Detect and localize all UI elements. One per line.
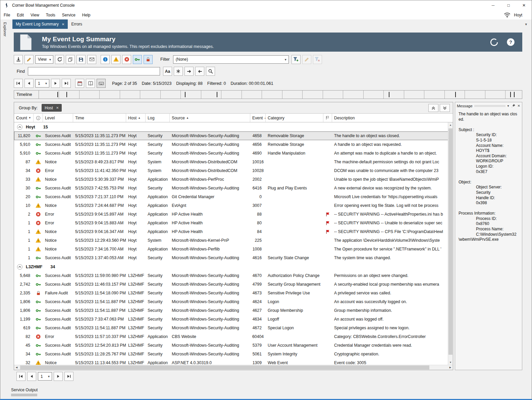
- expand-all-button[interactable]: [440, 104, 450, 112]
- edit-report-button[interactable]: [24, 55, 34, 64]
- save-button[interactable]: [76, 55, 86, 64]
- column-header-host[interactable]: Host▲: [126, 114, 146, 122]
- column-header-count[interactable]: Count▼: [14, 114, 34, 122]
- table-row[interactable]: 1,806Success Audit5/15/2023 11:54:11.887…: [14, 306, 453, 315]
- table-row[interactable]: 11,820Success Audit5/15/2023 11:35:11.27…: [14, 131, 453, 140]
- previous-page-button[interactable]: [24, 79, 34, 88]
- toggle-warnings-button[interactable]: [111, 55, 120, 64]
- table-row[interactable]: 1,199Success Audit5/15/2023 7:33:47.063 …: [14, 315, 453, 324]
- refresh-button[interactable]: [55, 55, 64, 64]
- tab-errors[interactable]: Errors: [68, 19, 86, 29]
- keyboard-button[interactable]: [97, 79, 106, 88]
- help-icon[interactable]: ?: [507, 38, 515, 46]
- horizontal-scrollbar[interactable]: ◀ ▶: [14, 365, 453, 370]
- table-row[interactable]: 34Success Audit5/15/2023 11:28:25.767 PM…: [14, 350, 453, 358]
- table-row[interactable]: 2,742Success Audit5/15/2023 11:46:03.157…: [14, 280, 453, 289]
- copy-button[interactable]: [66, 55, 75, 64]
- next-page-button[interactable]: [54, 372, 63, 381]
- table-row[interactable]: 1Error5/15/2023 9:04:15.883 AMHoytApplic…: [14, 219, 453, 227]
- first-page-button[interactable]: [16, 372, 25, 381]
- group-header-row[interactable]: Hoyt15: [14, 122, 453, 131]
- column-header-time[interactable]: Time: [73, 114, 126, 122]
- table-row[interactable]: 1Success Audit5/15/2023 1:37:40.053 AMHo…: [14, 253, 453, 262]
- column-header-level-icon[interactable]: [34, 114, 43, 122]
- toggle-success-audit-button[interactable]: [133, 55, 142, 64]
- column-header-log[interactable]: Log: [146, 114, 170, 122]
- email-button[interactable]: [87, 55, 96, 64]
- close-button[interactable]: ✕: [516, 0, 532, 10]
- view-dropdown[interactable]: View ▾: [35, 55, 53, 64]
- maximize-button[interactable]: □: [501, 0, 516, 10]
- filter-dropdown[interactable]: (None) ▾: [173, 55, 289, 64]
- menu-service[interactable]: Service: [59, 10, 79, 19]
- scroll-up-icon[interactable]: ▲: [448, 122, 453, 127]
- group-by-chip-host[interactable]: Host ✕: [42, 104, 62, 112]
- scroll-right-icon[interactable]: ▶: [448, 365, 453, 370]
- menu-file[interactable]: File: [0, 10, 13, 19]
- menu-help[interactable]: Help: [79, 10, 94, 19]
- table-row[interactable]: 32Notice5/15/2023 11:13:44.553 PML3ZHMFA…: [14, 358, 453, 365]
- table-row[interactable]: 82Error5/15/2023 11:57:10.337 PML3ZHMFAp…: [14, 332, 453, 341]
- next-page-button[interactable]: [51, 79, 60, 88]
- scroll-down-icon[interactable]: ▼: [448, 360, 453, 365]
- last-page-button[interactable]: [64, 372, 73, 381]
- timeline-strip[interactable]: [39, 91, 522, 99]
- previous-page-button[interactable]: [27, 372, 36, 381]
- toggle-failure-audit-button[interactable]: [144, 55, 153, 64]
- service-output-label[interactable]: Service Output: [11, 388, 38, 392]
- tab-close-icon[interactable]: ✕: [62, 22, 64, 26]
- column-header-flag[interactable]: [323, 114, 332, 122]
- column-header-source[interactable]: Source▲: [170, 114, 250, 122]
- table-row[interactable]: 1,806Success Audit5/15/2023 11:54:11.887…: [14, 297, 453, 306]
- panel-close-icon[interactable]: ✕: [518, 104, 520, 108]
- match-case-button[interactable]: Aa: [163, 67, 172, 76]
- table-row[interactable]: 2Error5/15/2023 9:04:15.897 AMHoytApplic…: [14, 210, 453, 219]
- find-next-button[interactable]: [184, 67, 194, 76]
- panel-drag-grip[interactable]: [475, 105, 506, 107]
- table-row[interactable]: 20Success Audit5/15/2023 7:21:37.110 PMH…: [14, 192, 453, 201]
- page-select[interactable]: 1 ▾: [38, 372, 52, 381]
- add-filter-button[interactable]: [291, 55, 301, 64]
- toggle-errors-button[interactable]: [122, 55, 131, 64]
- menu-tools[interactable]: Tools: [43, 10, 59, 19]
- tab-overflow-chevron-icon[interactable]: ▾: [525, 22, 527, 26]
- table-row[interactable]: 87Notice5/15/2023 8:49:23.817 PMHoytSyst…: [14, 158, 453, 166]
- panel-menu-chevron-icon[interactable]: ▾: [508, 104, 509, 108]
- pin-icon[interactable]: [511, 104, 516, 108]
- minimize-button[interactable]: ─: [485, 0, 501, 10]
- page-select[interactable]: 1 ▾: [35, 79, 49, 88]
- table-row[interactable]: 5,910Success Audit5/15/2023 11:35:11.273…: [14, 140, 453, 149]
- table-row[interactable]: 10Notice5/15/2023 7:24:44.687 PMHoytAppl…: [14, 201, 453, 210]
- find-previous-button[interactable]: [195, 67, 204, 76]
- collapse-all-button[interactable]: [428, 104, 438, 112]
- calendar-button[interactable]: [75, 79, 84, 88]
- table-row[interactable]: 2,335Failure Audit5/15/2023 11:54:18.090…: [14, 289, 453, 297]
- vertical-scrollbar[interactable]: ▲ ▼: [448, 122, 453, 365]
- toggle-information-button[interactable]: [101, 55, 110, 64]
- table-row[interactable]: 1Notice5/15/2023 7:34:16.700 AMHoytAppli…: [14, 245, 453, 253]
- table-row[interactable]: 5,648Success Audit5/15/2023 11:59:00.980…: [14, 271, 453, 280]
- group-header-row[interactable]: L3ZHMF34: [14, 262, 453, 271]
- table-row[interactable]: 45Success Audit5/15/2023 12:54:20.813 PM…: [14, 341, 453, 350]
- table-row[interactable]: 33Notice5/15/2023 5:30:39.337 PMHoytAppl…: [14, 175, 453, 184]
- last-page-button[interactable]: [62, 79, 71, 88]
- find-input[interactable]: [28, 67, 160, 75]
- collapse-group-icon[interactable]: [17, 124, 23, 130]
- column-header-category[interactable]: Category: [266, 114, 323, 122]
- table-row[interactable]: 1Notice5/15/2023 9:04:16.347 AMHoytAppli…: [14, 227, 453, 236]
- book-view-button[interactable]: [86, 79, 95, 88]
- menu-edit[interactable]: Edit: [13, 10, 27, 19]
- collapse-group-icon[interactable]: [17, 264, 23, 270]
- first-page-button[interactable]: [14, 79, 23, 88]
- scroll-left-icon[interactable]: ◀: [14, 365, 19, 370]
- search-button[interactable]: [206, 67, 215, 76]
- download-button[interactable]: [14, 55, 23, 64]
- column-header-description[interactable]: Description: [332, 114, 453, 122]
- regex-button[interactable]: [174, 67, 183, 76]
- table-row[interactable]: 34Error5/15/2023 11:41:42.350 PMHoytSyst…: [14, 166, 453, 175]
- column-header-level[interactable]: Level: [43, 114, 73, 122]
- column-header-event[interactable]: Event▲: [250, 114, 266, 122]
- table-row[interactable]: 619Success Audit5/15/2023 11:54:11.887 P…: [14, 324, 453, 332]
- horizontal-scroll-thumb[interactable]: [20, 365, 429, 369]
- vertical-scroll-thumb[interactable]: [448, 128, 453, 355]
